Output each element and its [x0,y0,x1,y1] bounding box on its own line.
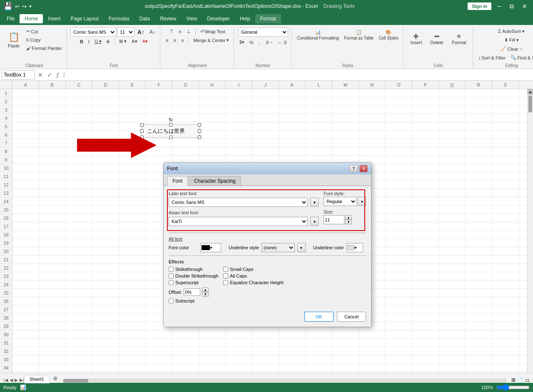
menu-help[interactable]: Help [235,14,255,23]
cell-19-3[interactable] [66,239,92,247]
cell-32-1[interactable] [12,347,39,355]
cell-26-16[interactable] [412,297,439,305]
cell-26-2[interactable] [39,297,66,305]
cell-14-17[interactable] [439,197,466,205]
cell-33-16[interactable] [412,355,439,363]
row-num-27[interactable]: 27 [0,305,12,314]
row-num-5[interactable]: 5 [0,122,12,131]
cell-28-1[interactable] [12,314,39,322]
cell-17-5[interactable] [119,222,146,230]
cell-3-18[interactable] [466,106,492,114]
cell-26-15[interactable] [386,297,412,305]
menu-file[interactable]: File [2,14,20,23]
cell-23-16[interactable] [412,272,439,280]
cell-12-3[interactable] [66,181,92,189]
handle-tl[interactable] [140,123,144,127]
handle-bm[interactable] [169,136,172,139]
cell-3-10[interactable] [252,106,279,114]
cell-14-3[interactable] [66,197,92,205]
cell-34-8[interactable] [199,364,226,372]
cell-17-4[interactable] [92,222,119,230]
percent-button[interactable]: % [247,39,256,46]
row-num-2[interactable]: 2 [0,97,12,106]
row-num-25[interactable]: 25 [0,289,12,297]
cell-21-19[interactable] [492,256,519,263]
font-name-select[interactable]: Comic Sans MS [70,27,116,37]
align-center-button[interactable]: ≡ [171,37,178,44]
cell-12-19[interactable] [492,181,519,189]
cell-17-19[interactable] [492,222,519,230]
cell-11-15[interactable] [386,172,412,180]
cell-29-16[interactable] [412,322,439,330]
cell-15-17[interactable] [439,206,466,213]
cell-10-2[interactable] [39,164,66,172]
cell-33-10[interactable] [252,355,279,363]
underline-style-select[interactable]: (none) [262,243,295,252]
cell-4-7[interactable] [172,114,199,122]
cell-23-4[interactable] [92,272,119,280]
cell-26-17[interactable] [439,297,466,305]
cell-5-14[interactable] [359,122,386,130]
scroll-thumb[interactable] [528,96,532,112]
cell-9-16[interactable] [412,156,439,164]
row-num-17[interactable]: 17 [0,222,12,231]
row-num-9[interactable]: 9 [0,156,12,164]
equalize-checkbox[interactable] [223,280,228,285]
cell-28-18[interactable] [466,314,492,322]
cell-29-19[interactable] [492,322,519,330]
cell-10-17[interactable] [439,164,466,172]
row-num-4[interactable]: 4 [0,114,12,122]
cell-34-13[interactable] [332,364,359,372]
cell-4-17[interactable] [439,114,466,122]
cell-17-15[interactable] [386,222,412,230]
cell-24-5[interactable] [119,280,146,288]
cell-7-19[interactable] [492,139,519,147]
cell-30-5[interactable] [119,330,146,338]
cell-6-9[interactable] [226,131,252,139]
col-header-c[interactable]: C [66,81,92,89]
cell-2-2[interactable] [39,97,66,105]
cell-10-18[interactable] [466,164,492,172]
cell-12-5[interactable] [119,181,146,189]
cell-7-10[interactable] [252,139,279,147]
row-num-33[interactable]: 33 [0,355,12,364]
cell-34-18[interactable] [466,364,492,372]
cell-3-2[interactable] [39,106,66,114]
cell-5-11[interactable] [279,122,306,130]
cell-2-19[interactable] [492,97,519,105]
col-header-d[interactable]: D [92,81,119,89]
row-num-10[interactable]: 10 [0,164,12,172]
cell-31-15[interactable] [386,339,412,347]
cell-6-17[interactable] [439,131,466,139]
row-num-24[interactable]: 24 [0,280,12,289]
cell-24-19[interactable] [492,280,519,288]
cell-2-9[interactable] [226,97,252,105]
cell-3-4[interactable] [92,106,119,114]
cell-33-12[interactable] [306,355,332,363]
cell-22-1[interactable] [12,264,39,272]
cell-16-19[interactable] [492,214,519,222]
cell-32-6[interactable] [146,347,172,355]
cell-6-1[interactable] [12,131,39,139]
cell-4-12[interactable] [306,114,332,122]
cell-31-2[interactable] [39,339,66,347]
cell-1-5[interactable] [119,89,146,97]
cell-10-5[interactable] [119,164,146,172]
col-header-m[interactable]: M [332,81,359,89]
menu-data[interactable]: Data [134,14,155,23]
cell-11-4[interactable] [92,172,119,180]
strikethrough-checkbox[interactable] [169,267,174,272]
cell-20-17[interactable] [439,247,466,255]
cell-8-15[interactable] [386,147,412,155]
cell-12-18[interactable] [466,181,492,189]
cell-2-17[interactable] [439,97,466,105]
cell-32-9[interactable] [226,347,252,355]
asian-font-select[interactable]: KaiTi [169,217,308,226]
cell-27-15[interactable] [386,305,412,313]
cell-34-10[interactable] [252,364,279,372]
cell-30-8[interactable] [199,330,226,338]
cell-14-2[interactable] [39,197,66,205]
cell-25-15[interactable] [386,289,412,297]
fill-color-button[interactable]: A▾ [130,37,139,45]
cell-16-18[interactable] [466,214,492,222]
